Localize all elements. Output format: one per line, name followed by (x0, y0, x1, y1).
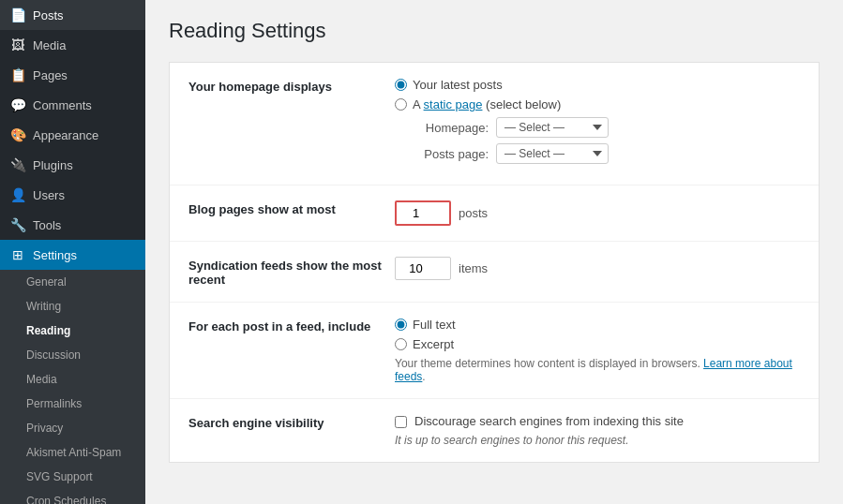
plugins-icon: 🔌 (9, 157, 26, 172)
appearance-icon: 🎨 (9, 127, 26, 142)
submenu-cron[interactable]: Cron Schedules (0, 489, 145, 504)
media-icon: 🖼 (9, 37, 26, 52)
posts-page-label: Posts page: (404, 147, 489, 161)
search-note: It is up to search engines to honor this… (395, 434, 800, 447)
blog-pages-row: Blog pages show at most posts (170, 185, 819, 242)
full-text-option[interactable]: Full text (395, 318, 800, 332)
syndication-input[interactable] (395, 257, 451, 280)
submenu-akismet[interactable]: Akismet Anti-Spam (0, 440, 145, 465)
latest-posts-radio[interactable] (395, 79, 407, 91)
sidebar-item-tools[interactable]: 🔧 Tools (0, 210, 145, 240)
settings-submenu: General Writing Reading Discussion Media… (0, 270, 145, 504)
static-text: A static page (select below) (413, 97, 561, 111)
pages-icon: 📋 (9, 67, 26, 82)
search-checkbox-row[interactable]: Discourage search engines from indexing … (395, 414, 800, 428)
search-checkbox-label: Discourage search engines from indexing … (414, 414, 684, 428)
syndication-content: items (395, 257, 800, 280)
syndication-label: Syndication feeds show the most recent (188, 257, 395, 287)
static-page-radio[interactable] (395, 98, 407, 111)
submenu-permalinks[interactable]: Permalinks (0, 392, 145, 416)
feed-label: For each post in a feed, include (188, 318, 395, 334)
main-content: Reading Settings Your homepage displays … (145, 0, 843, 504)
posts-icon: 📄 (9, 7, 26, 22)
submenu-privacy[interactable]: Privacy (0, 416, 145, 440)
blog-pages-input-row: posts (395, 200, 800, 226)
blog-pages-content: posts (395, 200, 800, 226)
blog-pages-label: Blog pages show at most (188, 200, 395, 216)
tools-icon: 🔧 (9, 217, 26, 232)
search-visibility-checkbox[interactable] (395, 416, 407, 428)
blog-pages-input[interactable] (395, 200, 451, 226)
search-engine-label: Search engine visibility (188, 414, 395, 430)
search-engine-content: Discourage search engines from indexing … (395, 414, 800, 447)
submenu-media[interactable]: Media (0, 367, 145, 392)
page-title: Reading Settings (169, 19, 820, 43)
sidebar-item-pages[interactable]: 📋 Pages (0, 60, 145, 90)
homepage-label: Your homepage displays (188, 78, 395, 94)
settings-form: Your homepage displays Your latest posts… (169, 62, 820, 463)
posts-page-select[interactable]: — Select — (496, 143, 609, 164)
homepage-select-row: Homepage: — Select — (395, 117, 800, 138)
sidebar-item-appearance[interactable]: 🎨 Appearance (0, 120, 145, 150)
sidebar-item-settings[interactable]: ⊞ Settings (0, 240, 145, 270)
static-page-link[interactable]: static page (424, 97, 483, 111)
submenu-svg[interactable]: SVG Support (0, 465, 145, 489)
sidebar-item-plugins[interactable]: 🔌 Plugins (0, 150, 145, 180)
feed-content: Full text Excerpt Your theme determines … (395, 318, 800, 383)
sidebar-item-media[interactable]: 🖼 Media (0, 30, 145, 60)
homepage-select-label: Homepage: (404, 121, 489, 135)
submenu-discussion[interactable]: Discussion (0, 343, 145, 367)
users-icon: 👤 (9, 187, 26, 202)
submenu-writing[interactable]: Writing (0, 294, 145, 319)
submenu-reading[interactable]: Reading (0, 319, 145, 343)
submenu-general[interactable]: General (0, 270, 145, 294)
settings-icon: ⊞ (9, 247, 26, 262)
excerpt-radio[interactable] (395, 338, 407, 350)
sidebar: 📄 Posts 🖼 Media 📋 Pages 💬 Comments 🎨 App… (0, 0, 145, 504)
feed-row: For each post in a feed, include Full te… (170, 303, 819, 399)
excerpt-option[interactable]: Excerpt (395, 337, 800, 351)
excerpt-label: Excerpt (413, 337, 454, 351)
comments-icon: 💬 (9, 97, 26, 112)
homepage-row: Your homepage displays Your latest posts… (170, 63, 819, 185)
sidebar-item-users[interactable]: 👤 Users (0, 180, 145, 210)
latest-posts-option[interactable]: Your latest posts (395, 78, 800, 92)
sidebar-item-comments[interactable]: 💬 Comments (0, 90, 145, 120)
full-text-radio[interactable] (395, 319, 407, 331)
feed-note: Your theme determines how content is dis… (395, 357, 800, 383)
homepage-content: Your latest posts A static page (select … (395, 78, 800, 170)
full-text-label: Full text (413, 318, 456, 332)
posts-page-select-row: Posts page: — Select — (395, 143, 800, 164)
syndication-row: Syndication feeds show the most recent i… (170, 242, 819, 303)
blog-pages-suffix: posts (459, 206, 488, 220)
static-page-option[interactable]: A static page (select below) (395, 97, 800, 111)
syndication-suffix: items (459, 261, 488, 275)
sidebar-item-posts[interactable]: 📄 Posts (0, 0, 145, 30)
syndication-input-row: items (395, 257, 800, 280)
homepage-select[interactable]: — Select — (496, 117, 609, 138)
search-engine-row: Search engine visibility Discourage sear… (170, 399, 819, 462)
latest-posts-label: Your latest posts (413, 78, 503, 92)
